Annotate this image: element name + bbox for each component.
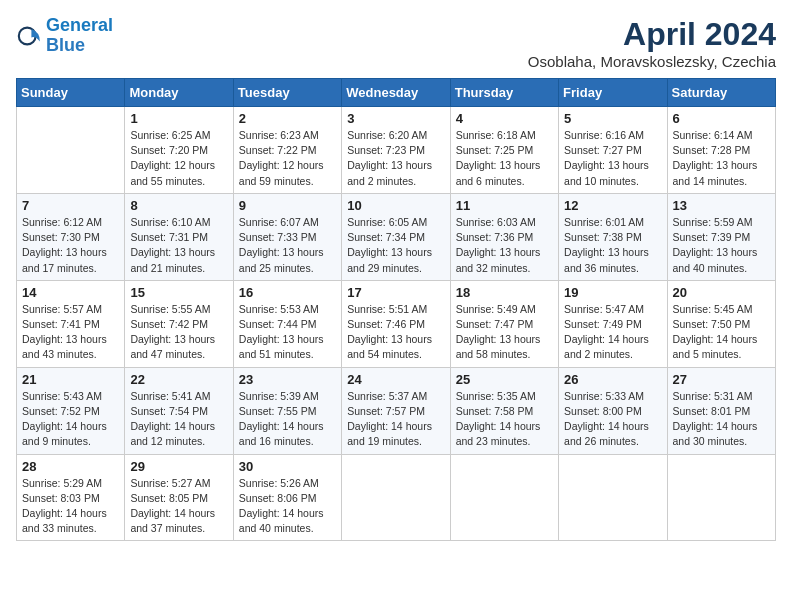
weekday-header-row: SundayMondayTuesdayWednesdayThursdayFrid… [17, 79, 776, 107]
calendar-body: 1Sunrise: 6:25 AM Sunset: 7:20 PM Daylig… [17, 107, 776, 541]
calendar-cell: 9Sunrise: 6:07 AM Sunset: 7:33 PM Daylig… [233, 193, 341, 280]
day-info: Sunrise: 6:20 AM Sunset: 7:23 PM Dayligh… [347, 128, 444, 189]
day-info: Sunrise: 5:43 AM Sunset: 7:52 PM Dayligh… [22, 389, 119, 450]
calendar-cell: 24Sunrise: 5:37 AM Sunset: 7:57 PM Dayli… [342, 367, 450, 454]
logo-line2: Blue [46, 35, 85, 55]
day-number: 25 [456, 372, 553, 387]
day-number: 28 [22, 459, 119, 474]
day-number: 7 [22, 198, 119, 213]
calendar-cell: 26Sunrise: 5:33 AM Sunset: 8:00 PM Dayli… [559, 367, 667, 454]
day-info: Sunrise: 5:49 AM Sunset: 7:47 PM Dayligh… [456, 302, 553, 363]
calendar-cell: 7Sunrise: 6:12 AM Sunset: 7:30 PM Daylig… [17, 193, 125, 280]
calendar-week-4: 21Sunrise: 5:43 AM Sunset: 7:52 PM Dayli… [17, 367, 776, 454]
calendar-cell [342, 454, 450, 541]
day-number: 9 [239, 198, 336, 213]
day-info: Sunrise: 6:07 AM Sunset: 7:33 PM Dayligh… [239, 215, 336, 276]
calendar-cell: 30Sunrise: 5:26 AM Sunset: 8:06 PM Dayli… [233, 454, 341, 541]
day-info: Sunrise: 5:31 AM Sunset: 8:01 PM Dayligh… [673, 389, 770, 450]
day-info: Sunrise: 5:39 AM Sunset: 7:55 PM Dayligh… [239, 389, 336, 450]
day-info: Sunrise: 5:41 AM Sunset: 7:54 PM Dayligh… [130, 389, 227, 450]
day-info: Sunrise: 6:03 AM Sunset: 7:36 PM Dayligh… [456, 215, 553, 276]
day-number: 24 [347, 372, 444, 387]
day-info: Sunrise: 5:51 AM Sunset: 7:46 PM Dayligh… [347, 302, 444, 363]
day-info: Sunrise: 5:37 AM Sunset: 7:57 PM Dayligh… [347, 389, 444, 450]
calendar-cell [559, 454, 667, 541]
day-number: 27 [673, 372, 770, 387]
day-info: Sunrise: 5:55 AM Sunset: 7:42 PM Dayligh… [130, 302, 227, 363]
calendar-cell: 6Sunrise: 6:14 AM Sunset: 7:28 PM Daylig… [667, 107, 775, 194]
day-number: 29 [130, 459, 227, 474]
header: General Blue April 2024 Osoblaha, Moravs… [16, 16, 776, 70]
day-number: 8 [130, 198, 227, 213]
calendar-cell [17, 107, 125, 194]
day-info: Sunrise: 6:12 AM Sunset: 7:30 PM Dayligh… [22, 215, 119, 276]
calendar-cell: 8Sunrise: 6:10 AM Sunset: 7:31 PM Daylig… [125, 193, 233, 280]
day-info: Sunrise: 5:53 AM Sunset: 7:44 PM Dayligh… [239, 302, 336, 363]
day-info: Sunrise: 6:18 AM Sunset: 7:25 PM Dayligh… [456, 128, 553, 189]
calendar-cell: 29Sunrise: 5:27 AM Sunset: 8:05 PM Dayli… [125, 454, 233, 541]
day-number: 4 [456, 111, 553, 126]
calendar-week-1: 1Sunrise: 6:25 AM Sunset: 7:20 PM Daylig… [17, 107, 776, 194]
day-number: 2 [239, 111, 336, 126]
day-number: 11 [456, 198, 553, 213]
calendar-cell: 15Sunrise: 5:55 AM Sunset: 7:42 PM Dayli… [125, 280, 233, 367]
day-info: Sunrise: 5:57 AM Sunset: 7:41 PM Dayligh… [22, 302, 119, 363]
calendar-week-3: 14Sunrise: 5:57 AM Sunset: 7:41 PM Dayli… [17, 280, 776, 367]
day-number: 26 [564, 372, 661, 387]
calendar-cell: 4Sunrise: 6:18 AM Sunset: 7:25 PM Daylig… [450, 107, 558, 194]
day-info: Sunrise: 6:16 AM Sunset: 7:27 PM Dayligh… [564, 128, 661, 189]
weekday-header-friday: Friday [559, 79, 667, 107]
calendar-cell: 23Sunrise: 5:39 AM Sunset: 7:55 PM Dayli… [233, 367, 341, 454]
day-info: Sunrise: 5:27 AM Sunset: 8:05 PM Dayligh… [130, 476, 227, 537]
day-number: 23 [239, 372, 336, 387]
calendar-cell: 17Sunrise: 5:51 AM Sunset: 7:46 PM Dayli… [342, 280, 450, 367]
weekday-header-sunday: Sunday [17, 79, 125, 107]
calendar-cell: 19Sunrise: 5:47 AM Sunset: 7:49 PM Dayli… [559, 280, 667, 367]
weekday-header-saturday: Saturday [667, 79, 775, 107]
calendar-cell: 2Sunrise: 6:23 AM Sunset: 7:22 PM Daylig… [233, 107, 341, 194]
day-info: Sunrise: 5:59 AM Sunset: 7:39 PM Dayligh… [673, 215, 770, 276]
day-info: Sunrise: 6:14 AM Sunset: 7:28 PM Dayligh… [673, 128, 770, 189]
day-number: 12 [564, 198, 661, 213]
calendar-cell: 5Sunrise: 6:16 AM Sunset: 7:27 PM Daylig… [559, 107, 667, 194]
day-number: 13 [673, 198, 770, 213]
weekday-header-thursday: Thursday [450, 79, 558, 107]
weekday-header-wednesday: Wednesday [342, 79, 450, 107]
calendar-cell: 28Sunrise: 5:29 AM Sunset: 8:03 PM Dayli… [17, 454, 125, 541]
calendar-cell: 12Sunrise: 6:01 AM Sunset: 7:38 PM Dayli… [559, 193, 667, 280]
weekday-header-tuesday: Tuesday [233, 79, 341, 107]
location-title: Osoblaha, Moravskoslezsky, Czechia [528, 53, 776, 70]
calendar-cell: 14Sunrise: 5:57 AM Sunset: 7:41 PM Dayli… [17, 280, 125, 367]
day-info: Sunrise: 5:26 AM Sunset: 8:06 PM Dayligh… [239, 476, 336, 537]
day-number: 17 [347, 285, 444, 300]
day-info: Sunrise: 5:47 AM Sunset: 7:49 PM Dayligh… [564, 302, 661, 363]
calendar-table: SundayMondayTuesdayWednesdayThursdayFrid… [16, 78, 776, 541]
day-info: Sunrise: 5:33 AM Sunset: 8:00 PM Dayligh… [564, 389, 661, 450]
calendar-cell: 27Sunrise: 5:31 AM Sunset: 8:01 PM Dayli… [667, 367, 775, 454]
day-number: 20 [673, 285, 770, 300]
calendar-cell: 11Sunrise: 6:03 AM Sunset: 7:36 PM Dayli… [450, 193, 558, 280]
logo-line1: General [46, 15, 113, 35]
day-info: Sunrise: 5:45 AM Sunset: 7:50 PM Dayligh… [673, 302, 770, 363]
day-number: 30 [239, 459, 336, 474]
calendar-week-5: 28Sunrise: 5:29 AM Sunset: 8:03 PM Dayli… [17, 454, 776, 541]
day-info: Sunrise: 6:05 AM Sunset: 7:34 PM Dayligh… [347, 215, 444, 276]
day-info: Sunrise: 6:25 AM Sunset: 7:20 PM Dayligh… [130, 128, 227, 189]
calendar-cell: 20Sunrise: 5:45 AM Sunset: 7:50 PM Dayli… [667, 280, 775, 367]
day-number: 18 [456, 285, 553, 300]
title-area: April 2024 Osoblaha, Moravskoslezsky, Cz… [528, 16, 776, 70]
day-number: 22 [130, 372, 227, 387]
calendar-week-2: 7Sunrise: 6:12 AM Sunset: 7:30 PM Daylig… [17, 193, 776, 280]
calendar-cell: 1Sunrise: 6:25 AM Sunset: 7:20 PM Daylig… [125, 107, 233, 194]
calendar-header: SundayMondayTuesdayWednesdayThursdayFrid… [17, 79, 776, 107]
day-number: 19 [564, 285, 661, 300]
calendar-cell: 22Sunrise: 5:41 AM Sunset: 7:54 PM Dayli… [125, 367, 233, 454]
calendar-cell [667, 454, 775, 541]
day-info: Sunrise: 5:35 AM Sunset: 7:58 PM Dayligh… [456, 389, 553, 450]
calendar-cell: 3Sunrise: 6:20 AM Sunset: 7:23 PM Daylig… [342, 107, 450, 194]
day-info: Sunrise: 5:29 AM Sunset: 8:03 PM Dayligh… [22, 476, 119, 537]
logo-text: General Blue [46, 16, 113, 56]
calendar-cell: 25Sunrise: 5:35 AM Sunset: 7:58 PM Dayli… [450, 367, 558, 454]
calendar-cell: 10Sunrise: 6:05 AM Sunset: 7:34 PM Dayli… [342, 193, 450, 280]
day-number: 21 [22, 372, 119, 387]
